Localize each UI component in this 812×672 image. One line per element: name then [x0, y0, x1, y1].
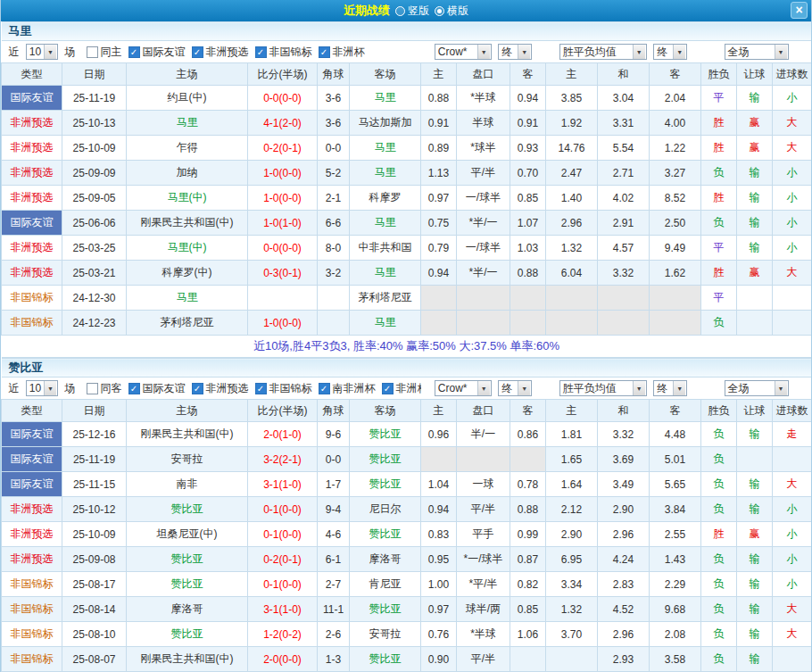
avg-time-select[interactable]: 终▼	[653, 44, 687, 60]
home-team[interactable]: 马里(中)	[127, 236, 248, 261]
home-team[interactable]: 摩洛哥	[127, 597, 248, 622]
select-value: 终	[654, 45, 670, 60]
odds-line: *半球	[457, 86, 510, 111]
match-row: 非国锦标25-08-17赞比亚0-1(0-0)2-7肯尼亚1.00*平/半0.8…	[2, 572, 812, 597]
corner-score: 3-6	[318, 111, 350, 136]
filter-checkbox[interactable]: ✓国际友谊	[128, 381, 186, 396]
away-team[interactable]: 肯尼亚	[350, 572, 421, 597]
odds-away: 0.78	[510, 472, 546, 497]
home-team[interactable]: 坦桑尼亚(中)	[127, 522, 248, 547]
home-team[interactable]: 茅利塔尼亚	[127, 311, 248, 336]
match-count-select[interactable]: 10▼	[26, 44, 58, 60]
odds-home: 1.00	[421, 572, 457, 597]
home-team[interactable]: 安哥拉	[127, 447, 248, 472]
match-score	[248, 286, 318, 311]
radio-label: 竖版	[408, 4, 429, 19]
result-winloss: 负	[701, 211, 737, 236]
away-team[interactable]: 马里	[350, 211, 421, 236]
filter-checkbox[interactable]: 同客	[87, 381, 122, 396]
result-winloss: 负	[701, 572, 737, 597]
away-team[interactable]: 马里	[350, 86, 421, 111]
away-team[interactable]: 马里	[350, 311, 421, 336]
avg-draw: 2.90	[598, 497, 650, 522]
avg-type-select[interactable]: 胜平负均值▼	[559, 44, 647, 60]
home-team[interactable]: 南非	[127, 472, 248, 497]
match-count-select[interactable]: 10▼	[26, 380, 58, 396]
filter-checkbox[interactable]: ✓非洲杯	[319, 45, 365, 60]
home-team[interactable]: 马里	[127, 286, 248, 311]
away-team[interactable]: 安哥拉	[350, 622, 421, 647]
near-label: 近	[9, 382, 20, 394]
result-handicap: 输	[737, 647, 773, 672]
avg-time-select[interactable]: 终▼	[653, 380, 687, 396]
result-goals	[773, 311, 812, 336]
away-team[interactable]: 马里	[350, 161, 421, 186]
checkbox-icon: ✓	[192, 46, 203, 58]
away-team[interactable]: 摩洛哥	[350, 547, 421, 572]
titlebar-center: 近期战绩 竖版 横版	[344, 3, 468, 19]
odds-source-select[interactable]: Crow*▼	[435, 380, 492, 396]
home-team[interactable]: 刚果民主共和国(中)	[127, 422, 248, 447]
avg-home: 1.65	[546, 447, 598, 472]
away-team[interactable]: 马里	[350, 136, 421, 161]
away-team[interactable]: 赞比亚	[350, 422, 421, 447]
avg-home: 1.92	[546, 111, 598, 136]
scope-select[interactable]: 全场▼	[725, 380, 789, 396]
away-team[interactable]: 科摩罗	[350, 186, 421, 211]
home-team[interactable]: 赞比亚	[127, 572, 248, 597]
scope-select[interactable]: 全场▼	[725, 44, 789, 60]
away-team[interactable]: 赞比亚	[350, 447, 421, 472]
filter-checkbox[interactable]: ✓国际友谊	[128, 45, 186, 60]
odds-away: 0.93	[510, 136, 546, 161]
filter-checkbox[interactable]: ✓非洲杯	[382, 381, 421, 396]
chevron-down-icon: ▼	[44, 45, 56, 59]
near-label: 近	[9, 46, 20, 58]
away-team[interactable]: 马达加斯加	[350, 111, 421, 136]
away-team[interactable]: 尼日尔	[350, 497, 421, 522]
filter-checkbox[interactable]: ✓非国锦标	[255, 45, 312, 60]
filter-checkbox[interactable]: ✓南非洲杯	[319, 381, 376, 396]
avg-type-select[interactable]: 胜平负均值▼	[559, 380, 647, 396]
corner-score: 3-2	[318, 261, 350, 286]
avg-draw: 3.04	[598, 86, 650, 111]
home-team[interactable]: 乍得	[127, 136, 248, 161]
home-team[interactable]: 约旦(中)	[127, 86, 248, 111]
column-header-1: 日期	[62, 63, 127, 86]
filter-checkbox[interactable]: ✓非洲预选	[192, 45, 249, 60]
match-score: 3-1(1-0)	[248, 472, 318, 497]
home-team[interactable]: 科摩罗(中)	[127, 261, 248, 286]
result-goals	[773, 286, 812, 311]
filter-checkbox[interactable]: 同主	[87, 45, 122, 60]
column-header-7: 盘口	[457, 63, 510, 86]
home-team[interactable]: 赞比亚	[127, 622, 248, 647]
games-label: 场	[64, 382, 75, 394]
result-winloss: 平	[701, 286, 737, 311]
close-button[interactable]: ×	[791, 2, 808, 19]
home-team[interactable]: 刚果民主共和国(中)	[127, 647, 248, 672]
odds-time-select[interactable]: 终▼	[498, 44, 532, 60]
away-team[interactable]: 赞比亚	[350, 647, 421, 672]
home-team[interactable]: 赞比亚	[127, 547, 248, 572]
radio-horizontal-layout[interactable]: 横版	[435, 4, 468, 19]
odds-source-select[interactable]: Crow*▼	[435, 44, 492, 60]
odds-time-select[interactable]: 终▼	[498, 380, 532, 396]
filter-checkbox[interactable]: ✓非洲预选	[192, 381, 249, 396]
avg-home: 1.81	[546, 422, 598, 447]
away-team[interactable]: 茅利塔尼亚	[350, 286, 421, 311]
away-team[interactable]: 赞比亚	[350, 597, 421, 622]
match-rows: 国际友谊25-12-16刚果民主共和国(中)2-0(1-0)9-6赞比亚0.96…	[2, 422, 812, 672]
home-team[interactable]: 马里(中)	[127, 186, 248, 211]
home-team[interactable]: 马里	[127, 111, 248, 136]
home-team[interactable]: 刚果民主共和国(中)	[127, 211, 248, 236]
radio-vertical-layout[interactable]: 竖版	[395, 4, 429, 19]
filter-checkbox[interactable]: ✓非国锦标	[255, 381, 312, 396]
away-team[interactable]: 中非共和国	[350, 236, 421, 261]
checkbox-icon: ✓	[255, 383, 267, 394]
away-team[interactable]: 赞比亚	[350, 522, 421, 547]
chevron-down-icon: ▼	[673, 45, 685, 59]
away-team[interactable]: 赞比亚	[350, 472, 421, 497]
corner-score: 6-1	[318, 547, 350, 572]
home-team[interactable]: 赞比亚	[127, 497, 248, 522]
away-team[interactable]: 马里	[350, 261, 421, 286]
home-team[interactable]: 加纳	[127, 161, 248, 186]
